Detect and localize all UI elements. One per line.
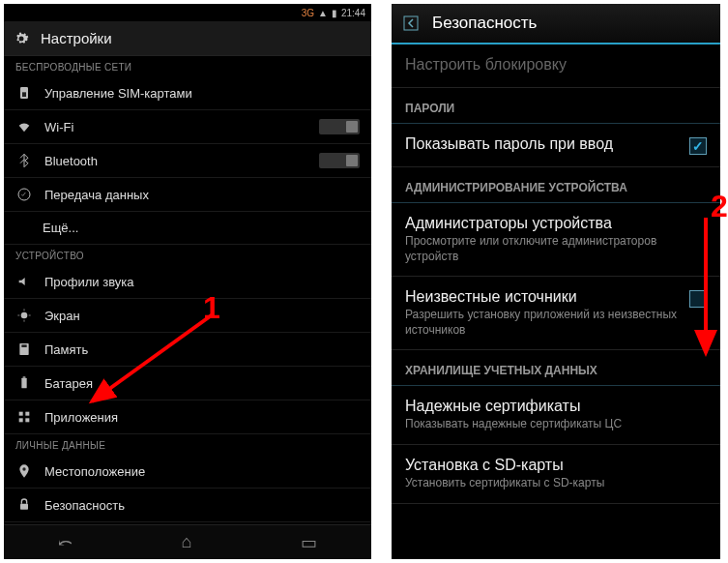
page-title: Настройки — [41, 30, 112, 46]
svg-rect-10 — [21, 378, 26, 389]
list-item[interactable]: Надежные сертификатыПоказывать надежные … — [392, 386, 720, 445]
checkbox[interactable] — [689, 290, 707, 308]
item-label: Безопасность — [44, 498, 360, 513]
item-desc: Разрешить установку приложений из неизве… — [405, 308, 707, 338]
item-label: Местоположение — [44, 464, 360, 479]
item-title: Надежные сертификаты — [405, 398, 707, 415]
back-icon[interactable] — [399, 12, 422, 35]
signal-icon: ▲ — [318, 8, 328, 18]
svg-rect-1 — [22, 92, 26, 97]
sound-icon — [15, 273, 33, 290]
list-item[interactable]: Wi-Fi — [4, 110, 371, 144]
battery-icon: ▮ — [332, 8, 337, 18]
sim-icon — [15, 84, 33, 102]
checkbox[interactable] — [689, 137, 707, 155]
section-header: ЛИЧНЫЕ ДАННЫЕ — [4, 434, 371, 455]
list-item[interactable]: Приложения — [4, 400, 371, 434]
network-indicator: 3G — [302, 8, 314, 18]
section-header: ХРАНИЛИЩЕ УЧЕТНЫХ ДАННЫХ — [392, 350, 720, 386]
list-item[interactable]: Профили звука — [4, 265, 371, 299]
storage-icon — [15, 341, 33, 358]
item-title: Показывать пароль при ввод — [405, 135, 707, 153]
wifi-icon — [15, 118, 33, 135]
item-label: Батарея — [44, 376, 360, 391]
item-label: Приложения — [44, 410, 360, 425]
clock: 21:44 — [341, 8, 365, 18]
data-icon — [15, 186, 33, 203]
bt-icon — [15, 152, 33, 169]
list-item[interactable]: Экран — [4, 299, 371, 333]
apps-icon — [15, 408, 33, 426]
list-item[interactable]: Показывать пароль при ввод — [392, 124, 720, 167]
title-bar: Безопасность — [392, 4, 720, 44]
item-desc: Просмотрите или отключите администраторо… — [405, 234, 707, 264]
item-label: Wi-Fi — [44, 120, 307, 134]
display-icon — [15, 307, 33, 324]
list-item[interactable]: Батарея — [4, 367, 371, 400]
svg-rect-23 — [404, 16, 418, 30]
svg-point-16 — [22, 467, 25, 470]
item-label: Передача данных — [44, 188, 360, 202]
svg-point-3 — [21, 312, 28, 319]
item-title: Неизвестные источники — [405, 288, 707, 306]
battery-icon — [15, 374, 33, 392]
location-icon — [15, 462, 33, 480]
svg-rect-12 — [19, 412, 23, 416]
list-item[interactable]: Администраторы устройстваПросмотрите или… — [392, 203, 720, 277]
item-label: Управление SIM-картами — [44, 86, 360, 101]
annotation-number-1: 1 — [203, 290, 220, 326]
svg-rect-9 — [21, 344, 26, 347]
list-item[interactable]: Управление SIM-картами — [4, 76, 371, 110]
item-label: Память — [44, 342, 360, 357]
nav-back-icon[interactable]: ⤺ — [58, 532, 73, 553]
svg-rect-17 — [20, 504, 28, 510]
phone-settings: 3G ▲ ▮ 21:44 Настройки БЕСПРОВОДНЫЕ СЕТИ… — [4, 4, 371, 559]
section-header: АДМИНИСТРИРОВАНИЕ УСТРОЙСТВА — [392, 167, 720, 203]
page-title: Безопасность — [432, 14, 537, 33]
status-bar: 3G ▲ ▮ 21:44 — [4, 4, 371, 21]
list-item[interactable]: Память — [4, 333, 371, 367]
section-header: ПАРОЛИ — [392, 88, 720, 124]
list-item[interactable]: Ещё... — [4, 212, 371, 245]
item-title: Настроить блокировку — [405, 56, 707, 74]
list-item[interactable]: Установка с SD-картыУстановить сертифика… — [392, 445, 720, 504]
svg-rect-11 — [23, 376, 26, 377]
list-item[interactable]: Местоположение — [4, 455, 371, 489]
nav-recent-icon[interactable]: ▭ — [301, 532, 317, 553]
toggle-switch[interactable] — [319, 153, 360, 168]
phone-security: Безопасность Настроить блокировкуПАРОЛИП… — [392, 4, 720, 559]
list-item[interactable]: Неизвестные источникиРазрешить установку… — [392, 277, 720, 350]
security-icon — [15, 496, 33, 514]
list-item[interactable]: Настроить блокировку — [392, 44, 720, 88]
list-item[interactable]: Bluetooth — [4, 144, 371, 178]
svg-rect-13 — [25, 412, 29, 416]
section-header: УСТРОЙСТВО — [4, 245, 371, 265]
settings-gear-icon — [12, 29, 31, 48]
item-label: Профили звука — [44, 275, 360, 289]
item-label: Экран — [44, 309, 360, 323]
list-item[interactable]: Безопасность — [4, 489, 371, 522]
item-label: Bluetooth — [44, 154, 307, 168]
item-title: Администраторы устройства — [405, 215, 707, 232]
nav-bar: ⤺ ⌂ ▭ — [4, 524, 371, 559]
annotation-number-2: 2 — [711, 189, 728, 224]
svg-rect-15 — [25, 418, 29, 422]
toggle-switch[interactable] — [319, 119, 360, 134]
section-header: БЕСПРОВОДНЫЕ СЕТИ — [4, 56, 371, 76]
nav-home-icon[interactable]: ⌂ — [182, 532, 192, 552]
item-desc: Установить сертификаты с SD-карты — [405, 476, 707, 491]
list-item[interactable]: Передача данных — [4, 178, 371, 212]
item-desc: Показывать надежные сертификаты ЦС — [405, 417, 707, 432]
item-label: Ещё... — [43, 221, 360, 235]
item-title: Установка с SD-карты — [405, 457, 707, 474]
title-bar: Настройки — [4, 21, 371, 56]
svg-rect-14 — [19, 418, 23, 422]
